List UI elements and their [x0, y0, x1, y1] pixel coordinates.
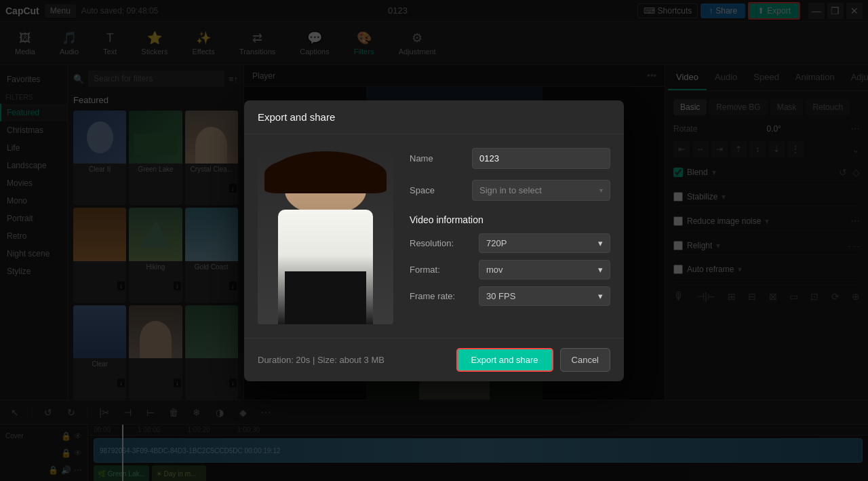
space-field-label: Space: [410, 185, 464, 195]
preview-image: [258, 148, 393, 324]
space-select-value: Sign in to select: [479, 185, 542, 195]
format-row: Format: mov ▾: [410, 260, 610, 280]
space-row: Space Sign in to select ▾: [410, 180, 610, 201]
modal-form: Name Space Sign in to select ▾ Video inf…: [410, 148, 610, 324]
export-modal: Export and share Name: [244, 100, 624, 381]
modal-preview: [258, 148, 393, 324]
format-select[interactable]: mov ▾: [479, 260, 610, 280]
framerate-value: 30 FPS: [486, 291, 515, 301]
space-select[interactable]: Sign in to select ▾: [472, 180, 610, 201]
resolution-row: Resolution: 720P ▾: [410, 233, 610, 253]
framerate-row: Frame rate: 30 FPS ▾: [410, 286, 610, 306]
modal-footer: Duration: 20s | Size: about 3 MB Export …: [244, 338, 624, 381]
resolution-label: Resolution:: [410, 238, 471, 248]
format-dropdown-icon: ▾: [598, 265, 603, 275]
video-info-section: Video information Resolution: 720P ▾ For…: [410, 214, 610, 313]
resolution-dropdown-icon: ▾: [598, 238, 603, 248]
framerate-dropdown-icon: ▾: [598, 291, 603, 301]
modal-body: Name Space Sign in to select ▾ Video inf…: [244, 134, 624, 338]
modal-actions: Export and share Cancel: [456, 348, 610, 372]
cancel-button[interactable]: Cancel: [560, 348, 610, 372]
space-dropdown-icon: ▾: [599, 187, 603, 194]
framerate-label: Frame rate:: [410, 291, 471, 301]
modal-title: Export and share: [244, 100, 624, 134]
resolution-value: 720P: [486, 238, 507, 248]
resolution-select[interactable]: 720P ▾: [479, 233, 610, 253]
video-info-title: Video information: [410, 214, 610, 225]
name-input[interactable]: [472, 148, 610, 169]
name-row: Name: [410, 148, 610, 169]
modal-overlay: Export and share Name: [0, 0, 868, 481]
name-field-label: Name: [410, 153, 464, 163]
format-label: Format:: [410, 265, 471, 275]
framerate-select[interactable]: 30 FPS ▾: [479, 286, 610, 306]
duration-info: Duration: 20s | Size: about 3 MB: [258, 355, 384, 365]
export-share-button[interactable]: Export and share: [456, 348, 553, 372]
format-value: mov: [486, 265, 503, 275]
